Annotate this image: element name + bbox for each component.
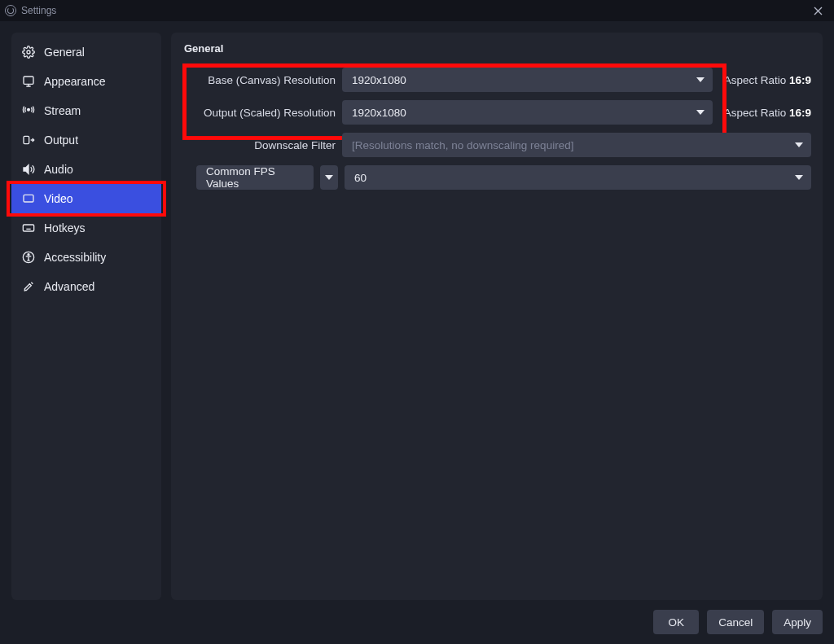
sidebar-item-appearance[interactable]: Appearance: [11, 67, 161, 96]
dialog-footer: OK Cancel Apply: [0, 600, 834, 644]
apply-button[interactable]: Apply: [772, 610, 823, 634]
accessibility-icon: [21, 250, 36, 265]
section-title-general: General: [182, 42, 811, 55]
svg-point-8: [28, 254, 29, 256]
svg-rect-1: [24, 77, 33, 84]
titlebar: Settings: [0, 0, 834, 21]
output-resolution-label: Output (Scaled) Resolution: [182, 107, 336, 119]
row-base-resolution: Base (Canvas) Resolution 1920x1080 Aspec…: [182, 68, 811, 92]
fps-value-dropdown[interactable]: 60: [345, 165, 811, 190]
keyboard-icon: [21, 221, 36, 235]
window-title: Settings: [21, 5, 56, 16]
sidebar-item-label: Hotkeys: [44, 221, 86, 234]
sidebar-item-label: Stream: [44, 104, 81, 117]
svg-marker-4: [24, 165, 29, 174]
output-resolution-aspect: Aspect Ratio 16:9: [719, 107, 811, 119]
row-fps: Common FPS Values 60: [182, 165, 811, 190]
cancel-button[interactable]: Cancel: [707, 610, 764, 634]
fps-value-text: 60: [354, 172, 367, 184]
sidebar-item-label: Audio: [44, 163, 73, 176]
settings-panel-video: General Base (Canvas) Resolution 1920x10…: [171, 33, 823, 600]
svg-point-0: [27, 50, 30, 54]
fps-mode-label-text: Common FPS Values: [206, 165, 305, 190]
chevron-down-icon: [795, 175, 803, 180]
downscale-filter-value: [Resolutions match, no downscaling requi…: [352, 139, 573, 151]
sidebar-item-label: General: [44, 46, 85, 59]
chevron-down-icon: [325, 175, 333, 180]
ok-button[interactable]: OK: [653, 610, 699, 634]
sidebar-item-label: Accessibility: [44, 251, 106, 264]
close-icon: [814, 7, 823, 15]
broadcast-icon: [21, 103, 36, 118]
sidebar-item-label: Output: [44, 134, 78, 147]
downscale-filter-dropdown[interactable]: [Resolutions match, no downscaling requi…: [342, 133, 811, 157]
sidebar-item-advanced[interactable]: Advanced: [11, 272, 161, 301]
tools-icon: [21, 279, 36, 294]
paintbrush-icon: [21, 74, 36, 89]
speaker-icon: [21, 162, 36, 177]
sidebar-item-label: Appearance: [44, 75, 106, 88]
chevron-down-icon: [696, 77, 705, 82]
sidebar-item-label: Advanced: [44, 280, 94, 293]
sidebar-item-output[interactable]: Output: [11, 125, 161, 155]
base-resolution-dropdown[interactable]: 1920x1080: [342, 68, 713, 92]
output-resolution-value: 1920x1080: [352, 107, 406, 119]
sidebar-item-video[interactable]: Video: [11, 184, 161, 213]
obs-logo-icon: [5, 5, 16, 16]
sidebar-item-stream[interactable]: Stream: [11, 96, 161, 125]
sidebar-item-accessibility[interactable]: Accessibility: [11, 243, 161, 272]
fps-mode-dropdown[interactable]: [320, 165, 338, 190]
svg-point-2: [28, 108, 30, 111]
gear-icon: [21, 45, 36, 59]
chevron-down-icon: [696, 110, 705, 115]
svg-rect-3: [24, 136, 29, 143]
svg-rect-5: [24, 195, 33, 202]
sidebar-item-hotkeys[interactable]: Hotkeys: [11, 213, 161, 243]
base-resolution-aspect: Aspect Ratio 16:9: [719, 74, 811, 86]
output-icon: [21, 133, 36, 147]
settings-sidebar: General Appearance Stream Output Audio: [11, 33, 161, 600]
sidebar-item-general[interactable]: General: [11, 37, 161, 67]
base-resolution-value: 1920x1080: [352, 74, 406, 86]
output-resolution-dropdown[interactable]: 1920x1080: [342, 100, 713, 125]
row-downscale-filter: Downscale Filter [Resolutions match, no …: [182, 133, 811, 157]
svg-rect-6: [23, 225, 33, 231]
monitor-icon: [21, 191, 36, 206]
close-button[interactable]: [806, 2, 829, 19]
row-output-resolution: Output (Scaled) Resolution 1920x1080 Asp…: [182, 100, 811, 125]
sidebar-item-label: Video: [44, 192, 73, 205]
fps-mode-label: Common FPS Values: [196, 165, 314, 190]
chevron-down-icon: [795, 142, 803, 147]
downscale-filter-label: Downscale Filter: [182, 139, 336, 151]
sidebar-item-audio[interactable]: Audio: [11, 155, 161, 184]
base-resolution-label: Base (Canvas) Resolution: [182, 74, 336, 86]
